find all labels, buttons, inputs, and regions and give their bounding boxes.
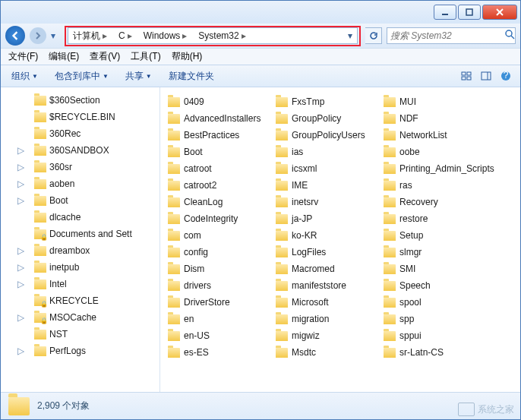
file-item[interactable]: DriverStore xyxy=(163,294,271,311)
help-icon[interactable]: ? xyxy=(496,68,516,84)
file-item[interactable]: en xyxy=(163,311,271,327)
menu-file[interactable]: 文件(F) xyxy=(4,49,43,65)
tree-item[interactable]: ▷Intel xyxy=(1,276,159,292)
expand-icon[interactable]: ▷ xyxy=(17,262,27,273)
address-bar[interactable]: 计算机▸ C▸ Windows▸ System32▸ ▾ xyxy=(68,27,358,44)
menu-help[interactable]: 帮助(H) xyxy=(167,49,207,65)
menu-edit[interactable]: 编辑(E) xyxy=(44,49,84,65)
tree-item[interactable]: $RECYCLE.BIN xyxy=(1,109,159,125)
crumb-c[interactable]: C▸ xyxy=(114,28,139,43)
tree-item[interactable]: $360Section xyxy=(1,92,159,109)
view-options-button[interactable] xyxy=(456,68,476,84)
file-item[interactable]: Speech xyxy=(379,277,487,294)
file-item[interactable]: catroot xyxy=(163,160,271,177)
file-item[interactable]: spp xyxy=(379,311,487,327)
search-icon[interactable] xyxy=(505,30,515,42)
include-button[interactable]: 包含到库中 ▼ xyxy=(49,68,115,85)
file-item[interactable]: SMI xyxy=(379,261,487,277)
file-list[interactable]: 0409AdvancedInstallersBestPracticesBootc… xyxy=(160,87,520,392)
tree-item[interactable]: ▷Boot xyxy=(1,192,159,209)
file-item[interactable]: Macromed xyxy=(271,261,379,277)
menu-tools[interactable]: 工具(T) xyxy=(126,49,165,65)
tree-item[interactable]: Documents and Sett xyxy=(1,226,159,242)
tree-item[interactable]: ▷MSOCache xyxy=(1,309,159,326)
crumb-computer[interactable]: 计算机▸ xyxy=(68,28,114,43)
file-item[interactable]: en-US xyxy=(163,327,271,344)
history-dropdown[interactable]: ▾ xyxy=(51,30,60,41)
file-item[interactable]: spool xyxy=(379,294,487,311)
file-item[interactable]: oobe xyxy=(379,144,487,160)
file-item[interactable]: Recovery xyxy=(379,194,487,210)
expand-icon[interactable]: ▷ xyxy=(17,145,27,156)
back-button[interactable] xyxy=(5,26,25,46)
file-item[interactable]: GroupPolicyUsers xyxy=(271,127,379,144)
tree-item[interactable]: ▷aoben xyxy=(1,175,159,192)
tree-item[interactable]: ▷360sr xyxy=(1,159,159,175)
search-input[interactable] xyxy=(390,30,505,41)
expand-icon[interactable]: ▷ xyxy=(17,279,27,289)
file-item[interactable]: icsxml xyxy=(271,160,379,177)
file-item[interactable]: ja-JP xyxy=(271,210,379,227)
file-item[interactable]: migration xyxy=(271,311,379,327)
file-item[interactable]: CleanLog xyxy=(163,194,271,210)
expand-icon[interactable]: ▷ xyxy=(17,195,27,206)
file-item[interactable]: Dism xyxy=(163,261,271,277)
file-item[interactable]: restore xyxy=(379,210,487,227)
file-item[interactable]: GroupPolicy xyxy=(271,110,379,127)
file-item[interactable]: Printing_Admin_Scripts xyxy=(379,160,487,177)
file-item[interactable]: sppui xyxy=(379,327,487,344)
organize-button[interactable]: 组织 ▼ xyxy=(5,68,44,85)
crumb-windows[interactable]: Windows▸ xyxy=(139,28,194,43)
file-item[interactable]: ko-KR xyxy=(271,227,379,244)
file-item[interactable]: BestPractices xyxy=(163,127,271,144)
file-item[interactable]: sr-Latn-CS xyxy=(379,344,487,361)
file-item[interactable]: Msdtc xyxy=(271,344,379,361)
expand-icon[interactable]: ▷ xyxy=(17,346,27,356)
tree-item[interactable]: ▷inetpub xyxy=(1,259,159,276)
file-item[interactable]: migwiz xyxy=(271,327,379,344)
refresh-button[interactable] xyxy=(365,27,382,44)
expand-icon[interactable]: ▷ xyxy=(17,312,27,323)
menu-view[interactable]: 查看(V) xyxy=(85,49,125,65)
expand-icon[interactable]: ▷ xyxy=(17,245,27,256)
tree-item[interactable]: KRECYCLE xyxy=(1,292,159,309)
file-item[interactable]: NDF xyxy=(379,110,487,127)
crumb-system32[interactable]: System32▸ xyxy=(194,28,252,43)
tree-item[interactable]: dlcache xyxy=(1,209,159,226)
forward-button[interactable] xyxy=(30,27,46,44)
file-item[interactable]: AdvancedInstallers xyxy=(163,110,271,127)
tree-item[interactable]: NST xyxy=(1,326,159,343)
file-item[interactable]: es-ES xyxy=(163,344,271,361)
file-item[interactable]: drivers xyxy=(163,277,271,294)
tree-item[interactable]: 360Rec xyxy=(1,125,159,142)
file-item[interactable]: NetworkList xyxy=(379,127,487,144)
file-item[interactable]: Setup xyxy=(379,227,487,244)
file-item[interactable]: com xyxy=(163,227,271,244)
tree-item[interactable]: ▷PerfLogs xyxy=(1,343,159,359)
file-item[interactable]: ras xyxy=(379,177,487,194)
tree-item[interactable]: ▷dreambox xyxy=(1,242,159,259)
file-item[interactable]: 0409 xyxy=(163,93,271,110)
file-item[interactable]: slmgr xyxy=(379,244,487,261)
share-button[interactable]: 共享 ▼ xyxy=(119,68,158,85)
tree-item[interactable]: ▷360SANDBOX xyxy=(1,142,159,159)
close-button[interactable] xyxy=(482,5,517,20)
file-item[interactable]: MUI xyxy=(379,93,487,110)
file-item[interactable]: Boot xyxy=(163,144,271,160)
preview-pane-button[interactable] xyxy=(476,68,496,84)
folder-tree[interactable]: $360Section$RECYCLE.BIN360Rec▷360SANDBOX… xyxy=(1,87,160,392)
file-item[interactable]: Microsoft xyxy=(271,294,379,311)
file-item[interactable]: manifeststore xyxy=(271,277,379,294)
file-item[interactable]: ias xyxy=(271,144,379,160)
file-item[interactable]: CodeIntegrity xyxy=(163,210,271,227)
file-item[interactable]: catroot2 xyxy=(163,177,271,194)
search-box[interactable] xyxy=(387,27,516,44)
address-dropdown[interactable]: ▾ xyxy=(343,30,357,41)
file-item[interactable]: IME xyxy=(271,177,379,194)
file-item[interactable]: LogFiles xyxy=(271,244,379,261)
expand-icon[interactable]: ▷ xyxy=(17,178,27,189)
minimize-button[interactable] xyxy=(434,5,456,20)
maximize-button[interactable] xyxy=(458,5,481,20)
expand-icon[interactable]: ▷ xyxy=(17,162,27,172)
file-item[interactable]: inetsrv xyxy=(271,194,379,210)
